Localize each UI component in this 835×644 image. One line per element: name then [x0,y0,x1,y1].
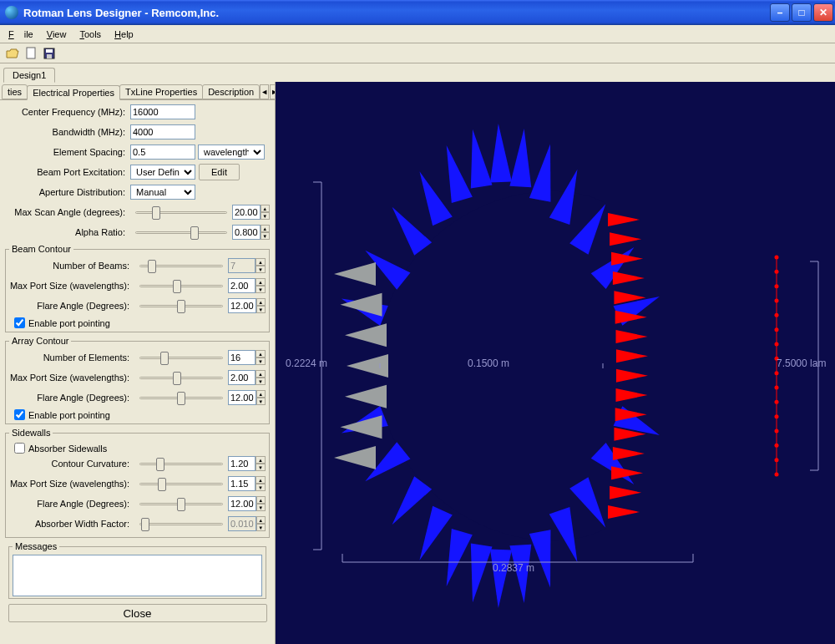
svg-marker-49 [613,447,645,460]
array-contour-legend: Array Contour [9,336,71,346]
svg-point-65 [775,414,779,418]
num-elem-spinner[interactable]: 16▲▼ [228,350,266,365]
svg-marker-37 [608,213,640,226]
beam-contour-legend: Beam Contour [9,244,73,254]
center-freq-label: Center Frequency (MHz): [5,107,130,117]
element-spacing-input[interactable] [130,145,195,160]
tab-description[interactable]: Description [202,84,260,99]
titlebar: Rotman Lens Designer - Remcom,Inc. – □ ✕ [0,0,835,25]
svg-marker-38 [610,232,641,246]
svg-point-54 [775,256,779,260]
menu-view[interactable]: View [42,28,72,41]
beam-port-select[interactable]: User Defined [130,165,195,180]
svg-marker-35 [341,415,382,439]
tab-txline-properties[interactable]: TxLine Properties [119,84,203,99]
svg-rect-3 [47,54,52,58]
svg-rect-2 [46,49,53,53]
center-dim-label: 0.1500 m [468,357,509,369]
num-beams-spinner[interactable]: 7▲▼ [228,258,266,273]
close-button[interactable]: Close [8,604,267,622]
max-scan-slider[interactable] [135,205,227,220]
svg-point-67 [775,444,779,448]
beam-maxport-slider[interactable] [139,278,223,293]
array-flare-slider[interactable] [139,390,223,405]
svg-point-59 [775,327,779,332]
alpha-ratio-label: Alpha Ratio: [5,227,130,237]
num-elem-slider[interactable] [139,350,223,365]
svg-marker-30 [334,262,376,286]
tab-partial[interactable]: ties [2,84,28,99]
array-maxport-slider[interactable] [139,370,223,385]
element-spacing-unit[interactable]: wavelengths [198,145,265,160]
svg-marker-46 [616,388,648,402]
alpha-ratio-spinner[interactable]: 0.800▲▼ [232,225,270,240]
new-icon[interactable] [23,46,38,61]
array-maxport-spinner[interactable]: 2.00▲▼ [228,370,266,385]
svg-point-58 [775,313,779,317]
svg-marker-44 [616,349,648,363]
menu-tools[interactable]: Tools [74,28,106,41]
messages-textarea[interactable] [13,555,262,596]
svg-marker-32 [345,323,387,347]
array-maxport-label: Max Port Size (wavelengths): [9,373,134,383]
array-contour-group: Array Contour Number of Elements: 16▲▼ M… [5,336,270,424]
beam-flare-spinner[interactable]: 12.00▲▼ [228,298,266,313]
beam-flare-slider[interactable] [139,298,223,313]
sw-maxport-slider[interactable] [139,476,223,491]
max-scan-spinner[interactable]: 20.00▲▼ [232,205,270,220]
beam-maxport-spinner[interactable]: 2.00▲▼ [228,278,266,293]
svg-point-62 [775,371,779,375]
center-freq-input[interactable] [130,104,195,119]
array-enable-port-label: Enable port pointing [28,410,110,420]
minimize-button[interactable]: – [770,3,790,22]
num-beams-slider[interactable] [139,258,223,273]
absorber-sidewalls-checkbox[interactable] [14,443,25,454]
svg-point-63 [775,386,779,390]
svg-marker-23 [490,549,512,608]
array-flare-spinner[interactable]: 12.00▲▼ [228,390,266,405]
num-elem-label: Number of Elements: [9,352,134,363]
open-icon[interactable] [5,46,20,61]
absorber-wf-spinner[interactable]: 0.010▲▼ [228,516,266,531]
tab-scroll-left[interactable]: ◄ [260,84,269,99]
aperture-select[interactable]: Manual [130,185,195,200]
svg-marker-7 [419,171,452,226]
svg-marker-8 [447,145,473,203]
svg-point-66 [775,429,779,434]
maximize-button[interactable]: □ [792,3,812,22]
edit-button[interactable]: Edit [199,164,240,180]
tab-scroll-right[interactable]: ► [270,84,276,99]
bandwidth-input[interactable] [130,124,195,139]
sw-flare-spinner[interactable]: 12.00▲▼ [228,496,266,511]
absorber-wf-slider[interactable] [139,516,223,531]
lens-diagram [276,82,835,644]
tab-design1[interactable]: Design1 [3,68,55,83]
alpha-ratio-slider[interactable] [135,225,227,240]
svg-marker-40 [613,271,645,285]
bandwidth-label: Bandwidth (MHz): [5,127,130,137]
curvature-slider[interactable] [139,456,223,471]
beam-maxport-label: Max Port Size (wavelengths): [9,281,134,291]
svg-marker-51 [610,486,641,499]
absorber-wf-label: Absorber Width Factor: [9,519,134,529]
sw-flare-slider[interactable] [139,496,223,511]
beam-enable-port-checkbox[interactable] [14,317,25,328]
menu-help[interactable]: Help [109,28,139,41]
sw-maxport-spinner[interactable]: 1.15▲▼ [228,476,266,491]
menu-file[interactable]: File [3,28,38,41]
svg-marker-20 [419,506,452,560]
svg-point-56 [775,284,779,288]
lens-canvas[interactable]: 0.2224 m 0.1500 m 7.5000 lam 0.2837 m [276,82,835,644]
beam-port-label: Beam Port Excitation: [5,167,130,177]
curvature-label: Contour Curvature: [9,459,134,469]
curvature-spinner[interactable]: 1.20▲▼ [228,456,266,471]
svg-marker-10 [490,124,512,183]
window-close-button[interactable]: ✕ [813,3,833,22]
tab-electrical-properties[interactable]: Electrical Properties [27,85,120,100]
property-tabs: ties Electrical Properties TxLine Proper… [0,82,275,100]
save-icon[interactable] [42,46,57,61]
toolbar [0,43,835,63]
beam-contour-group: Beam Contour Number of Beams: 7▲▼ Max Po… [5,244,270,332]
array-enable-port-checkbox[interactable] [14,409,25,420]
app-icon [5,6,18,19]
